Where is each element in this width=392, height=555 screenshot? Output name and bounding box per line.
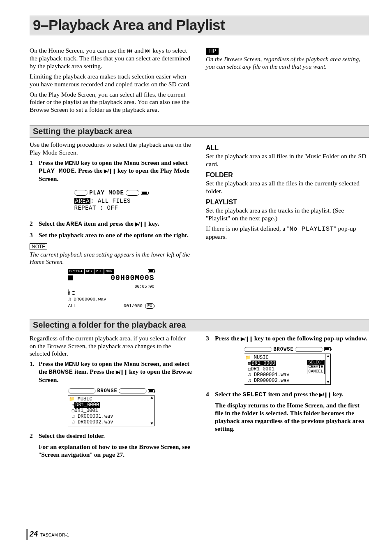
sec2-step4-text: The display returns to the Home Screen, … xyxy=(215,402,369,433)
sec1-step3: 3 Set the playback area to one of the op… xyxy=(30,231,193,239)
playlist-text2: If there is no playlist defined, a "No P… xyxy=(206,225,369,241)
play-pause-icon xyxy=(319,391,331,398)
folder-heading: FOLDER xyxy=(206,171,369,179)
sec1-intro: Use the following procedures to select t… xyxy=(30,141,193,157)
play-pause-icon xyxy=(135,220,147,227)
lcd-play-mode: PLAY MODE AREA: ALL FILES REPEAT : OFF xyxy=(70,187,152,214)
sec2-step2-note: For an explanation of how to use the Bro… xyxy=(39,443,193,459)
music-note-icon: ♫ xyxy=(68,296,71,302)
sec2-intro: Regardless of the current playback area,… xyxy=(30,335,193,358)
sec1-step2: 2 Select the AREA item and press the key… xyxy=(30,220,193,228)
lcd-browse-popup: BROWSE ▲▼ 📁 MUSIC ⊞DR1_0000 ▢DR1_0001 ♫ … xyxy=(244,347,331,385)
tip-label: TIP xyxy=(206,48,219,55)
playlist-text1: Set the playback area as the tracks in t… xyxy=(206,207,369,222)
battery-icon xyxy=(148,269,154,273)
play-pause-icon xyxy=(116,368,127,375)
folder-text: Set the playback area as all the files i… xyxy=(206,180,369,195)
section-heading-2: Selecting a folder for the playback area xyxy=(30,319,369,331)
sec2-step2: 2 Select the desired folder. xyxy=(30,432,193,440)
sec2-step3: 3 Press the key to open the following po… xyxy=(206,335,369,342)
note-box: NOTE The current playback area setting a… xyxy=(30,243,193,266)
all-text: Set the playback area as all files in th… xyxy=(206,153,369,168)
tip-box: TIP On the Browse Screen, regardless of … xyxy=(206,47,369,70)
battery-icon xyxy=(148,389,154,393)
next-track-icon xyxy=(145,47,151,54)
battery-icon xyxy=(141,191,148,195)
section-heading-1: Setting the playback area xyxy=(30,125,369,138)
play-pause-icon xyxy=(241,335,252,342)
intro-p2: Limiting the playback area makes track s… xyxy=(30,73,193,88)
page-footer: 24 TASCAM DR-1 xyxy=(30,530,69,539)
intro-p1: On the Home Screen, you can use the and … xyxy=(30,47,193,70)
playlist-heading: PLAYLIST xyxy=(206,199,369,206)
product-name: TASCAM DR-1 xyxy=(40,533,69,537)
page-title: 9–Playback Area and Playlist xyxy=(33,17,369,33)
sec1-step1: 1 Press the MENU key to open the Menu Sc… xyxy=(30,159,193,183)
stop-icon xyxy=(68,275,73,280)
all-heading: ALL xyxy=(206,144,369,152)
note-text: The current playback area setting appear… xyxy=(30,251,193,266)
sec2-step1: 1. Press the MENU key to open the Menu S… xyxy=(30,360,193,384)
lcd-browse: BROWSE ▲▼ 📁 MUSIC ⊞DR1_0000 ▢DR1_0001 ♫ … xyxy=(68,388,154,426)
intro-p3: On the Play Mode Screen, you can select … xyxy=(30,91,193,114)
page-number: 24 xyxy=(30,530,38,539)
note-label: NOTE xyxy=(30,243,47,250)
play-pause-icon xyxy=(104,167,115,174)
sec2-step4: 4 Select the SELECT item and press the k… xyxy=(206,391,369,399)
battery-icon xyxy=(324,347,331,351)
lcd-home-screen: SPEED▲ KEY P.C MON 00H00M00S 00:05:00 L … xyxy=(68,269,154,308)
browse-popup-menu: SELECT CREATE CANCEL xyxy=(307,360,324,374)
prev-track-icon xyxy=(127,47,133,54)
tip-text: On the Browse Screen, regardless of the … xyxy=(206,56,369,70)
page-title-bar: 9–Playback Area and Playlist xyxy=(30,16,369,35)
